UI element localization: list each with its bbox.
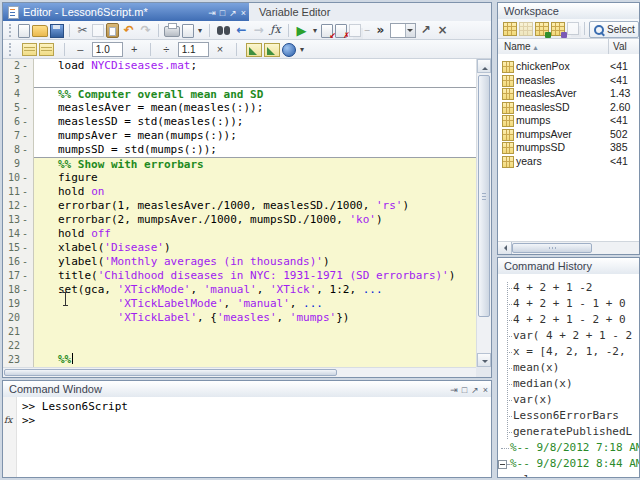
- line-number-gutter[interactable]: 17-: [3, 269, 34, 283]
- history-command[interactable]: Lesson6ErrorBars: [498, 408, 639, 424]
- line-number-gutter[interactable]: 22: [3, 339, 34, 353]
- dock-icon[interactable]: ⇥: [208, 4, 216, 22]
- line-number-gutter[interactable]: 11-: [3, 185, 34, 199]
- find-icon[interactable]: [215, 23, 232, 37]
- document-combo-box[interactable]: [390, 23, 416, 38]
- name-column-header[interactable]: Name ▴: [504, 39, 537, 55]
- code-line[interactable]: 9%% Show with errorbars: [3, 157, 476, 171]
- paste-icon[interactable]: [106, 23, 119, 38]
- history-session-timestamp[interactable]: %-- 9/8/2012 8:44 AM: [498, 456, 639, 472]
- editor-horizontal-scrollbar[interactable]: [3, 367, 476, 377]
- line-number-gutter[interactable]: 21: [3, 325, 34, 339]
- workspace-variable-row[interactable]: mumpsAver502: [498, 128, 639, 142]
- line-number-gutter[interactable]: 20: [3, 311, 34, 325]
- command-window-output[interactable]: >> Lesson6Script>>: [22, 400, 489, 428]
- run-configurations-icon[interactable]: [349, 24, 361, 37]
- select-plot-dropdown[interactable]: Select: [589, 21, 639, 38]
- next-cell-icon[interactable]: [39, 43, 54, 56]
- divide-value-button[interactable]: ÷: [161, 40, 171, 59]
- print-preview-icon[interactable]: [182, 24, 194, 38]
- line-number-gutter[interactable]: 4: [3, 87, 34, 101]
- evaluate-cell-advance-icon[interactable]: [264, 43, 280, 57]
- overflow-chevron-icon[interactable]: »: [373, 23, 388, 37]
- add-amount-field[interactable]: 1.0: [92, 42, 123, 57]
- value-column-header[interactable]: Val: [608, 39, 639, 54]
- collapse-toolbar-icon[interactable]: −: [363, 23, 371, 37]
- line-number-gutter[interactable]: 15-: [3, 241, 34, 255]
- publish-icon[interactable]: [282, 43, 296, 57]
- workspace-variable-row[interactable]: measlesSD2.60: [498, 101, 639, 115]
- copy-icon[interactable]: [92, 24, 104, 37]
- collapse-box-icon[interactable]: [498, 460, 507, 469]
- close-icon[interactable]: ×: [483, 382, 488, 398]
- workspace-titlebar[interactable]: Workspace: [498, 3, 639, 20]
- code-editor-area[interactable]: 2-load NYCDiseases.mat;34%% Computer ove…: [3, 59, 476, 367]
- save-icon[interactable]: [50, 24, 64, 38]
- undo-icon[interactable]: ↶: [121, 23, 136, 37]
- code-line[interactable]: 2-load NYCDiseases.mat;: [3, 59, 476, 73]
- new-script-icon[interactable]: [18, 24, 30, 38]
- line-number-gutter[interactable]: 13-: [3, 213, 34, 227]
- scrollbar-thumb[interactable]: [512, 243, 592, 253]
- new-variable-icon[interactable]: [503, 22, 517, 36]
- evaluate-cell-icon[interactable]: [246, 43, 262, 57]
- code-line[interactable]: 21: [3, 325, 476, 339]
- increment-value-button[interactable]: +: [129, 40, 139, 59]
- fx-icon[interactable]: fx: [4, 414, 12, 426]
- toolbar-grip[interactable]: [9, 43, 13, 56]
- multiply-amount-field[interactable]: 1.1: [178, 42, 209, 57]
- insert-cell-break-icon[interactable]: [22, 43, 37, 56]
- workspace-variable-row[interactable]: mumps<41: [498, 114, 639, 128]
- toolbar-grip[interactable]: [9, 24, 13, 37]
- code-line[interactable]: 5-measlesAver = mean(measles(:));: [3, 101, 476, 115]
- history-command[interactable]: 4 + 2 + 1 - 2 + 0: [498, 312, 639, 328]
- code-line[interactable]: 4%% Computer overall mean and SD: [3, 87, 476, 101]
- workspace-variable-row[interactable]: years<41: [498, 155, 639, 169]
- publish-dropdown-icon[interactable]: ▾: [298, 42, 306, 56]
- line-number-gutter[interactable]: 5-: [3, 101, 34, 115]
- line-number-gutter[interactable]: 3: [3, 73, 34, 87]
- command-history-titlebar[interactable]: Command History: [498, 258, 639, 275]
- command-prompt[interactable]: >>: [22, 414, 489, 428]
- open-selection-icon[interactable]: [519, 22, 533, 36]
- redo-icon[interactable]: ↷: [138, 23, 153, 37]
- history-command[interactable]: median(x): [498, 376, 639, 392]
- history-command[interactable]: mean(x): [498, 360, 639, 376]
- cut-icon[interactable]: ✂: [75, 23, 90, 37]
- line-number-gutter[interactable]: 16-: [3, 255, 34, 269]
- undock-icon[interactable]: ↗: [229, 4, 237, 22]
- code-line[interactable]: 14-hold off: [3, 227, 476, 241]
- line-number-gutter[interactable]: 19: [3, 297, 34, 311]
- code-line[interactable]: 23%%: [3, 353, 476, 367]
- workspace-variable-row[interactable]: measlesAver1.43: [498, 87, 639, 101]
- editor-active-tab[interactable]: Editor - Lesson6Script.m* ⇥□↗×: [3, 3, 249, 21]
- history-command[interactable]: var(x): [498, 392, 639, 408]
- code-line[interactable]: 11-hold on: [3, 185, 476, 199]
- decrement-value-button[interactable]: –: [75, 40, 85, 59]
- open-file-icon[interactable]: [32, 25, 48, 37]
- line-number-gutter[interactable]: 10-: [3, 171, 34, 185]
- maximize-icon[interactable]: □: [220, 4, 225, 22]
- line-number-gutter[interactable]: 18-: [3, 283, 34, 297]
- close-icon[interactable]: ×: [435, 23, 450, 37]
- workspace-variable-row[interactable]: measles<41: [498, 74, 639, 88]
- workspace-variable-row[interactable]: mumpsSD385: [498, 141, 639, 155]
- import-data-icon[interactable]: [535, 22, 549, 36]
- line-number-gutter[interactable]: 7-: [3, 129, 34, 143]
- history-command[interactable]: var( 4 + 2 + 1 - 2: [498, 328, 639, 344]
- line-number-gutter[interactable]: 14-: [3, 227, 34, 241]
- insert-function-icon[interactable]: ƒx: [268, 23, 283, 37]
- code-line[interactable]: 15-xlabel('Disease'): [3, 241, 476, 255]
- code-line[interactable]: 20 'XTickLabel', {'measles', 'mumps'}): [3, 311, 476, 325]
- undock-icon[interactable]: ↗: [471, 382, 479, 398]
- command-window-titlebar[interactable]: Command Window ⇥□↗×: [3, 381, 491, 398]
- history-command[interactable]: 4 + 2 + 1 - 1 + 0: [498, 296, 639, 312]
- workspace-horizontal-scrollbar[interactable]: [498, 241, 639, 254]
- line-number-gutter[interactable]: 9: [3, 157, 34, 171]
- update-plot-icon[interactable]: [551, 22, 565, 36]
- run-icon[interactable]: ▶: [294, 23, 309, 37]
- undock-icon[interactable]: ↗: [418, 23, 433, 37]
- save-and-run-icon[interactable]: ↙: [321, 24, 333, 38]
- scrollbar-thumb[interactable]: [478, 75, 490, 317]
- line-number-gutter[interactable]: 23: [3, 353, 34, 367]
